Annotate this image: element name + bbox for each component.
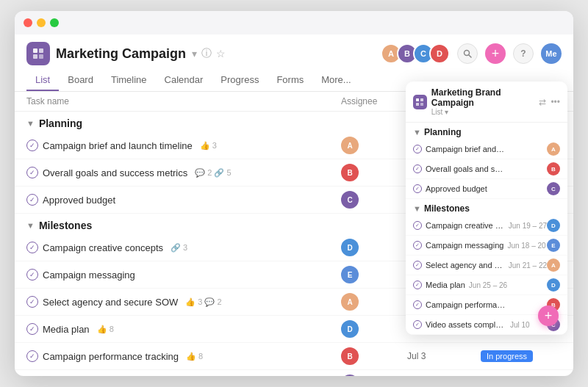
tab-timeline[interactable]: Timeline — [102, 70, 156, 91]
fp-task-row[interactable]: ✓ Select agency and sec... Jun 21 – 22 A — [406, 256, 567, 275]
search-button[interactable] — [457, 43, 478, 64]
tab-progress[interactable]: Progress — [212, 70, 268, 91]
assignee-avatar: E — [341, 266, 359, 283]
fp-task-left: ✓ Campaign performance tracki... — [413, 300, 547, 309]
add-button[interactable]: + — [485, 43, 506, 64]
fp-avatar: D — [547, 219, 560, 232]
task-name: Approved budget — [43, 195, 115, 206]
task-name: Campaign messaging — [43, 270, 135, 281]
due-date-cell: Jul 3 — [407, 351, 481, 361]
fp-check-icon: ✓ — [413, 145, 422, 153]
tab-board[interactable]: Board — [59, 70, 102, 91]
close-button[interactable] — [24, 18, 32, 27]
check-icon[interactable]: ✓ — [26, 350, 38, 362]
fp-task-name: Campaign performance tracki... — [426, 300, 506, 309]
svg-point-4 — [465, 51, 470, 56]
svg-rect-2 — [33, 54, 37, 59]
fp-avatar: A — [547, 142, 560, 156]
info-icon[interactable]: ⓘ — [201, 47, 212, 60]
check-icon[interactable]: ✓ — [26, 269, 38, 281]
svg-rect-8 — [416, 103, 419, 106]
check-icon[interactable]: ✓ — [26, 242, 38, 253]
assignee-avatar: A — [341, 293, 359, 311]
star-icon[interactable]: ☆ — [216, 48, 226, 59]
help-button[interactable]: ? — [513, 43, 534, 64]
fp-check-icon: ✓ — [413, 281, 422, 289]
task-name-cell: ✓ Campaign creative concepts 🔗 3 — [26, 242, 341, 253]
fp-task-row[interactable]: ✓ Overall goals and success metrics B — [406, 159, 567, 179]
fp-project-icon — [413, 95, 427, 109]
fp-check-icon: ✓ — [413, 184, 422, 193]
assignee-avatar: D — [341, 320, 359, 338]
check-icon[interactable]: ✓ — [26, 296, 38, 308]
fp-check-icon: ✓ — [413, 320, 422, 329]
col-assignee: Assignee — [341, 96, 407, 106]
check-icon[interactable]: ✓ — [26, 323, 38, 335]
section-milestones-label: Milestones — [39, 220, 92, 231]
fp-task-name: Select agency and sec... — [426, 261, 505, 270]
svg-rect-0 — [33, 48, 37, 53]
assignee-avatar: D — [341, 239, 359, 256]
fp-header: Marketing Brand Campaign List ▾ ⇄ ••• — [406, 82, 567, 123]
table-row[interactable]: ✓ Campaign performance tracking 👍 8 B Ju… — [15, 343, 573, 370]
fp-task-left: ✓ Campaign messaging Jun 18 – 20 — [413, 241, 547, 250]
titlebar — [15, 11, 573, 35]
check-icon[interactable]: ✓ — [26, 167, 38, 178]
fp-check-icon: ✓ — [413, 221, 422, 230]
fp-task-left: ✓ Video assets completed Jul 10 — [413, 320, 547, 329]
assignee-cell: E — [341, 266, 407, 283]
fp-filter-icon[interactable]: ⇄ — [539, 97, 546, 107]
task-name: Media plan — [43, 324, 90, 335]
fp-task-date: Jul 10 — [510, 321, 530, 329]
fp-task-name: Campaign brief and launch timeline — [426, 145, 506, 153]
fp-task-row[interactable]: ✓ Approved budget C — [406, 179, 567, 199]
fp-actions: ⇄ ••• — [539, 97, 560, 107]
maximize-button[interactable] — [50, 18, 59, 27]
task-name: Overall goals and success metrics — [43, 167, 187, 178]
chevron-icon: ▼ — [26, 221, 35, 230]
tab-calendar[interactable]: Calendar — [156, 70, 212, 91]
fp-section-milestones: ▼ Milestones — [406, 199, 567, 216]
fp-task-row[interactable]: ✓ Campaign messaging Jun 18 – 20 E — [406, 236, 567, 256]
task-meta: 👍 3 — [200, 141, 217, 151]
dropdown-arrow[interactable]: ▾ — [192, 48, 197, 59]
project-title-area: Marketing Campaign ▾ ⓘ ☆ — [26, 42, 226, 65]
section-planning-label: Planning — [39, 117, 82, 129]
fp-task-date: Jun 19 – 27 — [509, 222, 547, 230]
user-avatar[interactable]: Me — [541, 43, 562, 64]
fp-more-icon[interactable]: ••• — [551, 97, 560, 107]
task-name-cell: ✓ Overall goals and success metrics 💬 2 … — [26, 167, 341, 178]
floating-panel: Marketing Brand Campaign List ▾ ⇄ ••• ▼ … — [406, 82, 567, 335]
task-name-cell: ✓ Media plan 👍 8 — [26, 323, 341, 335]
fp-title-area: Marketing Brand Campaign List ▾ — [413, 87, 539, 116]
tab-forms[interactable]: Forms — [268, 70, 312, 91]
fp-task-row[interactable]: ✓ Media plan Jun 25 – 26 D — [406, 275, 567, 295]
svg-rect-3 — [39, 54, 43, 59]
col-task-name: Task name — [26, 96, 341, 106]
tab-list[interactable]: List — [26, 70, 59, 91]
fp-section-planning: ▼ Planning — [406, 123, 567, 140]
fp-check-icon: ✓ — [413, 261, 422, 270]
fp-task-name: Overall goals and success metrics — [426, 164, 506, 173]
fp-task-name: Campaign messaging — [426, 241, 503, 250]
fp-add-button[interactable]: + — [538, 305, 559, 326]
check-icon[interactable]: ✓ — [26, 140, 38, 151]
svg-rect-9 — [420, 103, 423, 106]
assignee-avatar: B — [341, 347, 359, 365]
fp-check-icon: ✓ — [413, 164, 422, 173]
check-icon[interactable]: ✓ — [26, 194, 38, 206]
fp-task-left: ✓ Campaign brief and launch timeline — [413, 145, 547, 153]
svg-rect-7 — [420, 98, 423, 101]
minimize-button[interactable] — [37, 18, 46, 27]
task-name-cell: ✓ Campaign performance tracking 👍 8 — [26, 350, 341, 362]
tab-more[interactable]: More... — [312, 70, 359, 91]
status-badge: In progress — [481, 350, 533, 362]
fp-task-row[interactable]: ✓ Campaign brief and launch timeline A — [406, 140, 567, 159]
task-meta: 👍 8 — [186, 352, 203, 361]
header-right: A B C D + ? Me — [385, 43, 562, 64]
assignee-cell: B — [341, 164, 407, 181]
status-cell: In progress — [481, 350, 562, 362]
fp-task-row[interactable]: ✓ Campaign creative con... Jun 19 – 27 D — [406, 216, 567, 236]
assignee-avatar: C — [341, 191, 359, 209]
table-row[interactable]: ✓ Video assets completed C Jul 10 Not st… — [15, 370, 573, 376]
